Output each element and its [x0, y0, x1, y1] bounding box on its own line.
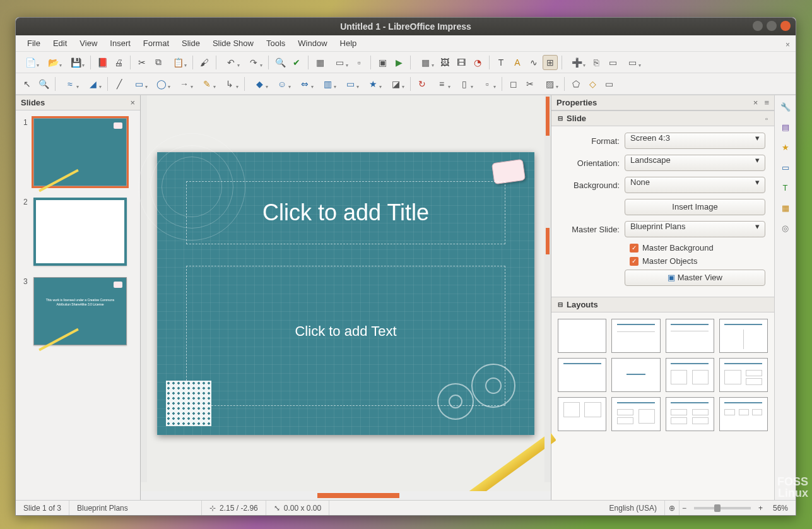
- open-button[interactable]: 📂: [42, 55, 64, 70]
- format-select[interactable]: Screen 4:3▾: [625, 133, 765, 149]
- fill-color-button[interactable]: ◢: [82, 76, 103, 92]
- menubar-close-icon[interactable]: ×: [779, 38, 792, 47]
- menu-slide[interactable]: Slide: [175, 36, 206, 51]
- sidebar-slides-icon[interactable]: ▤: [778, 119, 793, 134]
- sidebar-transition-icon[interactable]: ▦: [778, 200, 793, 215]
- collapse-icon[interactable]: ⊟: [558, 301, 563, 308]
- zoom-value[interactable]: 56%: [765, 501, 796, 515]
- master-view-button[interactable]: ▣ Master View: [625, 270, 765, 286]
- undo-button[interactable]: ↶: [220, 55, 242, 70]
- new-slide-button[interactable]: ➕: [566, 55, 587, 70]
- menu-insert[interactable]: Insert: [103, 36, 137, 51]
- layouts-section-header[interactable]: ⊟ Layouts: [551, 297, 774, 312]
- ellipse-tool[interactable]: ◯: [151, 76, 172, 92]
- maximize-button[interactable]: [767, 21, 777, 31]
- sidebar-master-icon[interactable]: ▭: [778, 160, 793, 175]
- copy-button[interactable]: ⧉: [151, 55, 166, 70]
- layout-three[interactable]: [719, 358, 768, 392]
- image-button[interactable]: 🖼: [437, 55, 452, 70]
- curve-tool[interactable]: ✎: [196, 76, 218, 92]
- status-language[interactable]: English (USA): [602, 501, 665, 515]
- layout-two-content[interactable]: [719, 319, 768, 353]
- cut-button[interactable]: ✂: [134, 55, 150, 70]
- master-objects-checkbox[interactable]: ✓Master Objects: [630, 256, 765, 266]
- title-placeholder[interactable]: Click to add Title: [186, 181, 505, 244]
- sidebar-gallery-icon[interactable]: ★: [778, 140, 793, 155]
- export-pdf-button[interactable]: 📕: [95, 55, 110, 70]
- orientation-select[interactable]: Landscape▾: [625, 155, 765, 171]
- new-button[interactable]: 📄: [20, 55, 41, 70]
- redo-button[interactable]: ↷: [243, 55, 264, 70]
- shadow-tool[interactable]: ◻: [506, 76, 521, 92]
- slide-thumbnail-2[interactable]: [33, 198, 127, 266]
- slide-thumbnail-3[interactable]: This work is licensed under a Creative C…: [33, 277, 127, 345]
- start-first-button[interactable]: ▣: [375, 55, 390, 70]
- display-views-button[interactable]: ▭: [329, 55, 350, 70]
- menu-view[interactable]: View: [73, 36, 103, 51]
- fontwork-button[interactable]: ∿: [526, 55, 541, 70]
- gluepoints-tool[interactable]: ◇: [585, 76, 600, 92]
- layout-four-b[interactable]: [611, 397, 660, 431]
- line-color-button[interactable]: ≈: [59, 76, 81, 92]
- callouts-tool[interactable]: ▭: [339, 76, 361, 92]
- vertical-scrollbar[interactable]: [544, 95, 551, 482]
- menu-slideshow[interactable]: Slide Show: [206, 36, 260, 51]
- master-background-checkbox[interactable]: ✓Master Background: [630, 243, 765, 253]
- menu-format[interactable]: Format: [137, 36, 175, 51]
- arrange-tool[interactable]: ▯: [454, 76, 475, 92]
- print-button[interactable]: 🖨: [111, 55, 126, 70]
- layout-grid[interactable]: [666, 397, 714, 431]
- menu-help[interactable]: Help: [334, 36, 363, 51]
- menu-tools[interactable]: Tools: [260, 36, 291, 51]
- properties-close-icon[interactable]: ×: [753, 98, 758, 107]
- canvas-holder[interactable]: Click to add Title Click to add Text: [141, 95, 551, 491]
- delete-slide-button[interactable]: ▭: [605, 55, 620, 70]
- layout-blank[interactable]: [558, 319, 606, 353]
- chart-button[interactable]: ◔: [470, 55, 485, 70]
- menu-edit[interactable]: Edit: [47, 36, 73, 51]
- slide-layout-button[interactable]: ▭: [621, 55, 643, 70]
- duplicate-slide-button[interactable]: ⎘: [589, 55, 604, 70]
- find-replace-button[interactable]: 🔍: [273, 55, 288, 70]
- zoom-in-icon[interactable]: +: [756, 501, 765, 515]
- paste-button[interactable]: 📋: [167, 55, 189, 70]
- symbol-shapes-tool[interactable]: ☺: [271, 76, 293, 92]
- basic-shapes-tool[interactable]: ◆: [249, 76, 270, 92]
- rotate-tool[interactable]: ↻: [415, 76, 430, 92]
- master-slide-button[interactable]: ▫: [351, 55, 367, 70]
- flowchart-tool[interactable]: ▥: [317, 76, 338, 92]
- zoom-slider[interactable]: [694, 507, 751, 509]
- table-button[interactable]: ▦: [415, 55, 436, 70]
- media-button[interactable]: 🎞: [454, 55, 469, 70]
- minimize-button[interactable]: [753, 21, 763, 31]
- layout-two-boxes[interactable]: [666, 358, 714, 392]
- line-tool[interactable]: ╱: [112, 76, 127, 92]
- distribute-tool[interactable]: ▫: [476, 76, 498, 92]
- layout-title-only[interactable]: [558, 358, 606, 392]
- extrusion-tool[interactable]: ▭: [601, 76, 616, 92]
- zoom-tool[interactable]: 🔍: [36, 76, 51, 92]
- slide-thumbnail-1[interactable]: [33, 118, 127, 186]
- textbox-button[interactable]: T: [493, 55, 509, 70]
- fit-page-icon[interactable]: ⊕: [665, 501, 680, 515]
- filter-tool[interactable]: ▨: [539, 76, 560, 92]
- sidebar-navigator-icon[interactable]: ◎: [778, 220, 793, 235]
- arrow-tool[interactable]: →: [174, 76, 195, 92]
- layout-title[interactable]: [611, 319, 660, 353]
- select-tool[interactable]: ↖: [20, 76, 35, 92]
- layout-centered[interactable]: [611, 358, 660, 392]
- 3d-tool[interactable]: ◪: [385, 76, 406, 92]
- zoom-out-icon[interactable]: −: [680, 501, 689, 515]
- crop-tool[interactable]: ✂: [522, 76, 538, 92]
- stars-tool[interactable]: ★: [362, 76, 384, 92]
- layout-four-a[interactable]: [558, 397, 606, 431]
- block-arrows-tool[interactable]: ⇔: [294, 76, 315, 92]
- insert-image-button[interactable]: Insert Image: [625, 199, 765, 215]
- connector-tool[interactable]: ↳: [219, 76, 240, 92]
- vertical-text-button[interactable]: A: [510, 55, 525, 70]
- master-slide-select[interactable]: Blueprint Plans▾: [625, 221, 765, 237]
- menu-file[interactable]: File: [21, 36, 47, 51]
- points-tool[interactable]: ⬠: [568, 76, 584, 92]
- slides-panel-close-icon[interactable]: ×: [130, 98, 135, 107]
- horizontal-scrollbar[interactable]: [141, 491, 551, 500]
